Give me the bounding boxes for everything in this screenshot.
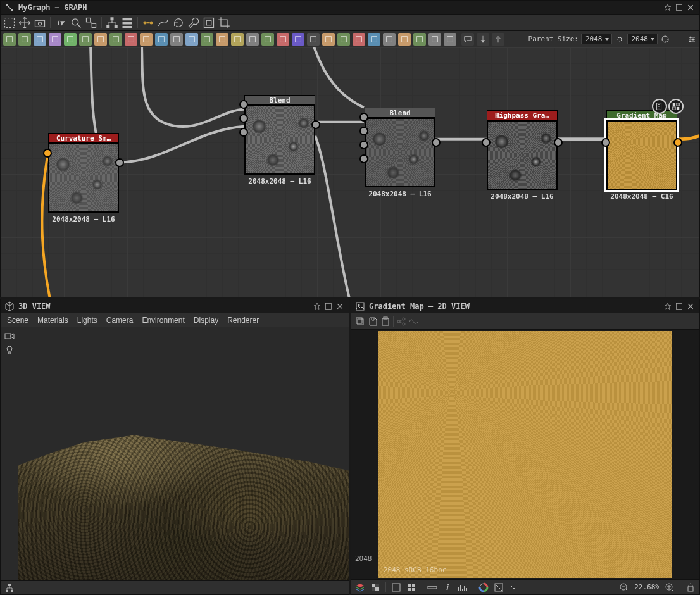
graph-canvas[interactable]: Curvature Sm… 2048x2048 – L16 Blend 2048… [1,47,699,297]
node-input-port[interactable] [601,138,610,147]
pin-icon[interactable] [312,301,322,311]
comment-icon[interactable] [461,33,474,46]
atomic-node-7[interactable] [109,33,122,46]
atomic-node-29[interactable] [444,33,456,46]
hierarchy-icon[interactable] [4,583,15,593]
node-input-port[interactable] [239,100,248,109]
zoom-in-icon[interactable] [665,582,675,592]
node-output-port[interactable] [673,138,682,147]
atomic-node-25[interactable] [383,33,396,46]
copy-icon[interactable] [355,316,365,327]
atomic-node-8[interactable] [125,33,137,46]
atomic-node-10[interactable] [155,33,168,46]
tool-link-icon[interactable] [142,16,154,29]
filter-icon[interactable] [494,582,504,592]
reset-size-icon[interactable] [660,34,670,44]
view3d-viewport[interactable] [18,327,349,580]
node-input-port[interactable] [359,141,368,149]
atomic-node-12[interactable] [185,33,198,46]
node-output-port[interactable] [554,138,563,147]
parent-size-y-dropdown[interactable]: 2048 [627,34,658,44]
atomic-node-6[interactable] [94,33,107,46]
atomic-node-9[interactable] [140,33,153,46]
node-input-port[interactable] [43,149,52,158]
node-badge-doc-icon[interactable] [652,99,667,114]
node-output-port[interactable] [432,138,441,147]
light-bulb-icon[interactable] [4,345,15,355]
atomic-node-28[interactable] [428,33,441,46]
zoom-out-icon[interactable] [619,582,629,592]
atomic-node-16[interactable] [246,33,259,46]
view2d-viewport[interactable]: 2048 sRGB 16bpc 2048 [351,330,699,579]
menu-renderer[interactable]: Renderer [227,316,259,325]
node-output-port[interactable] [311,120,320,129]
atomic-node-24[interactable] [368,33,380,46]
atomic-node-17[interactable] [261,33,274,46]
node-input-port[interactable] [239,114,248,123]
menu-lights[interactable]: Lights [77,316,97,325]
atomic-node-5[interactable] [79,33,92,46]
pin-icon[interactable] [663,3,673,13]
tool-frame-icon[interactable] [203,16,215,29]
atomic-node-21[interactable] [322,33,335,46]
atomic-node-19[interactable] [292,33,304,46]
menu-scene[interactable]: Scene [7,316,28,325]
link-lock-icon[interactable] [615,34,625,44]
share-icon[interactable] [396,316,406,327]
node-input-port[interactable] [359,154,368,163]
node-input-port[interactable] [359,127,368,135]
atomic-node-3[interactable] [49,33,61,46]
tool-crop-icon[interactable] [218,16,230,29]
single-view-icon[interactable] [391,582,401,592]
node-highpass-grayscale[interactable]: Highpass Gra… 2048x2048 – L16 [487,110,558,201]
node-gradient-map[interactable]: Gradient Map 2048x2048 – C16 [606,110,677,201]
save-icon[interactable] [368,316,378,327]
atomic-node-2[interactable] [34,33,46,46]
tool-selection-icon[interactable] [3,16,16,29]
atomic-node-11[interactable] [170,33,183,46]
tool-curve-icon[interactable] [157,16,170,29]
paste-icon[interactable] [380,316,391,327]
menu-environment[interactable]: Environment [142,316,184,325]
histogram-icon[interactable] [458,582,468,592]
tool-zoom-icon[interactable] [70,16,82,29]
tool-wrench-icon[interactable] [187,16,200,29]
atomic-node-14[interactable] [216,33,228,46]
ruler-icon[interactable] [427,582,437,592]
maximize-icon[interactable] [674,301,684,311]
tool-camera-icon[interactable] [34,16,46,29]
lock-icon[interactable] [685,582,696,592]
video-camera-icon[interactable] [4,331,15,341]
menu-camera[interactable]: Camera [106,316,134,325]
checker-icon[interactable] [370,582,380,592]
atomic-node-13[interactable] [201,33,213,46]
tool-info-icon[interactable]: i▾ [54,16,67,29]
atomic-node-15[interactable] [231,33,244,46]
node-badge-output-icon[interactable] [668,99,684,114]
maximize-icon[interactable] [323,301,334,311]
info-icon[interactable]: i [442,582,453,592]
node-blend-2[interactable]: Blend 2048x2048 – L16 [365,108,435,198]
pin-icon[interactable] [663,301,673,311]
pin-node-icon[interactable] [477,33,489,46]
atomic-node-27[interactable] [413,33,426,46]
atomic-node-1[interactable] [18,33,31,46]
atomic-node-23[interactable] [353,33,365,46]
atomic-node-4[interactable] [64,33,77,46]
atomic-node-22[interactable] [337,33,350,46]
settings-icon[interactable] [687,34,697,44]
atomic-node-20[interactable] [307,33,320,46]
tool-stack-icon[interactable] [121,16,134,29]
node-input-port[interactable] [482,138,491,147]
chevron-down-icon[interactable] [509,582,519,592]
close-icon[interactable] [685,301,696,311]
layers-icon[interactable] [355,582,365,592]
wave-icon[interactable] [409,316,419,327]
tool-fit-icon[interactable] [85,16,97,29]
grid-view-icon[interactable] [406,582,416,592]
color-wheel-icon[interactable] [478,582,489,592]
maximize-icon[interactable] [674,3,684,13]
parent-size-x-dropdown[interactable]: 2048 [581,34,612,44]
node-curvature-smooth[interactable]: Curvature Sm… 2048x2048 – L16 [48,133,119,223]
atomic-node-18[interactable] [277,33,289,46]
